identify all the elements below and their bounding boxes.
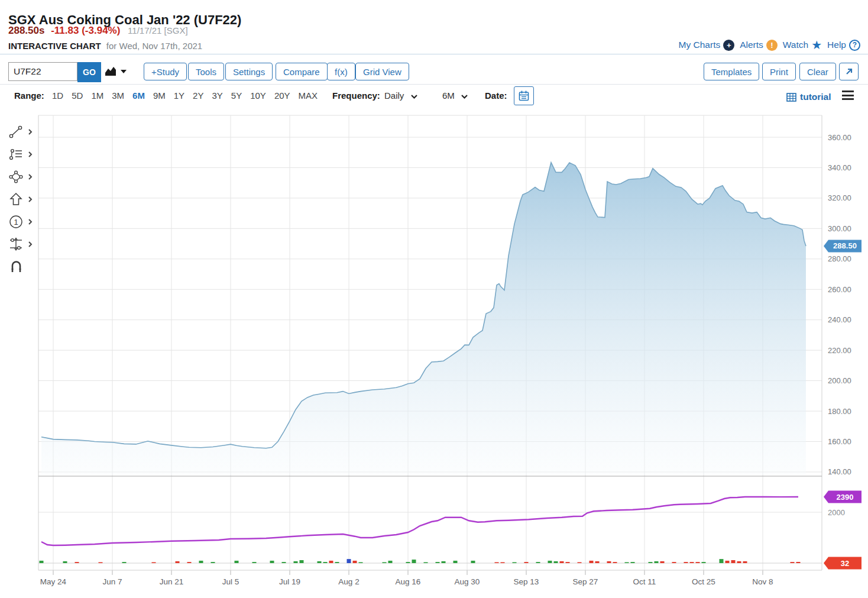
range-max[interactable]: MAX xyxy=(299,90,318,101)
volume-bar xyxy=(388,561,393,563)
x-axis-label: Jun 21 xyxy=(160,577,184,586)
price-chart[interactable]: May 24Jun 7Jun 21Jul 5Jul 19Aug 2Aug 16A… xyxy=(0,110,868,598)
quote-date: 11/17/21 [SGX] xyxy=(128,25,187,35)
range-1d[interactable]: 1D xyxy=(52,90,63,101)
range-3y[interactable]: 3Y xyxy=(212,90,222,101)
volume-bar xyxy=(536,562,540,563)
volume-bar xyxy=(424,563,428,564)
volume-bar xyxy=(383,563,387,564)
print-button[interactable]: Print xyxy=(762,63,796,80)
y-axis-label: 360.00 xyxy=(828,133,851,142)
range-2y[interactable]: 2Y xyxy=(193,90,203,101)
volume-bar xyxy=(270,561,274,563)
volume-bar xyxy=(672,562,676,563)
range-20y[interactable]: 20Y xyxy=(274,90,290,101)
question-icon: ? xyxy=(849,40,860,51)
plus-circle-icon: + xyxy=(723,40,734,51)
chart-type-caret-icon[interactable] xyxy=(120,70,127,74)
section-label: INTERACTIVE CHART xyxy=(8,41,101,51)
clear-button[interactable]: Clear xyxy=(799,63,836,80)
x-axis-label: Jul 5 xyxy=(222,577,239,586)
y-axis-label: 260.00 xyxy=(828,285,851,294)
header-links: My Charts + Alerts ! Watch ★ Help ? xyxy=(679,39,860,51)
range-label: Range: xyxy=(14,90,44,101)
range-10y[interactable]: 10Y xyxy=(250,90,266,101)
volume-bar xyxy=(625,563,629,564)
my-charts-link[interactable]: My Charts + xyxy=(679,40,735,51)
volume-bar xyxy=(294,561,298,563)
range-6m[interactable]: 6M xyxy=(132,90,145,101)
alerts-link[interactable]: Alerts ! xyxy=(740,40,778,51)
tools-button[interactable]: Tools xyxy=(188,63,224,80)
templates-button[interactable]: Templates xyxy=(704,63,759,80)
grid-view-button[interactable]: Grid View xyxy=(355,63,409,80)
volume-bar xyxy=(211,562,215,563)
volume-bar xyxy=(235,561,239,563)
x-axis-label: Jul 19 xyxy=(279,577,300,586)
menu-icon[interactable] xyxy=(842,90,854,102)
y-axis-label: 220.00 xyxy=(828,346,851,355)
fx-button[interactable]: f(x) xyxy=(327,63,355,80)
alert-icon: ! xyxy=(766,40,778,51)
study-button[interactable]: +Study xyxy=(144,63,187,80)
volume-bar xyxy=(152,563,156,564)
calendar-button[interactable] xyxy=(514,86,534,105)
volume-bar xyxy=(353,561,357,563)
volume-bar xyxy=(684,562,688,563)
quote-row: 288.50s -11.83 (-3.94%) 11/17/21 [SGX] xyxy=(8,25,188,37)
calendar-icon xyxy=(518,90,530,102)
volume-bar xyxy=(737,561,741,563)
watch-link[interactable]: Watch ★ xyxy=(783,39,822,51)
x-axis-label: Aug 30 xyxy=(455,577,480,586)
x-axis-label: May 24 xyxy=(40,577,67,586)
volume-bar xyxy=(607,561,611,563)
volume-bar xyxy=(655,561,659,563)
volume-bar xyxy=(75,562,79,563)
range-3m[interactable]: 3M xyxy=(112,90,124,101)
period-dropdown[interactable]: 6M xyxy=(442,90,468,101)
interactive-chart-app: SGX Aus Coking Coal Jan '22 (U7F22) 288.… xyxy=(0,0,868,598)
volume-bar xyxy=(631,562,635,563)
volume-badge-label: 32 xyxy=(841,559,849,568)
volume-bar xyxy=(513,563,517,564)
settings-button[interactable]: Settings xyxy=(225,63,273,80)
volume-bar xyxy=(63,561,67,563)
volume-bar xyxy=(578,563,582,564)
frequency-dropdown[interactable]: Daily xyxy=(384,90,418,101)
range-1m[interactable]: 1M xyxy=(91,90,103,101)
volume-bar xyxy=(590,561,594,563)
chart-type-icon[interactable] xyxy=(105,66,118,77)
symbol-input[interactable] xyxy=(8,62,77,81)
volume-bar xyxy=(702,562,706,563)
volume-bar xyxy=(99,563,103,564)
x-axis-label: Sep 13 xyxy=(514,577,539,586)
volume-bar xyxy=(726,561,730,563)
help-link[interactable]: Help ? xyxy=(827,40,860,51)
x-axis-label: Aug 16 xyxy=(396,577,421,586)
expand-button[interactable] xyxy=(839,63,859,80)
volume-bar xyxy=(454,561,458,563)
y-axis-label: 320.00 xyxy=(828,193,851,202)
range-5d[interactable]: 5D xyxy=(72,90,83,101)
tutorial-link[interactable]: tutorial xyxy=(786,92,831,102)
volume-bar xyxy=(323,562,328,563)
volume-bar xyxy=(743,561,747,563)
last-price-badge-label: 288.50 xyxy=(833,241,857,250)
volume-bar xyxy=(796,562,801,563)
volume-bar xyxy=(524,562,529,563)
go-button[interactable]: GO xyxy=(77,62,101,82)
x-axis-label: Aug 2 xyxy=(338,577,359,586)
range-1y[interactable]: 1Y xyxy=(174,90,184,101)
volume-bar xyxy=(471,561,475,563)
volume-bar xyxy=(436,562,440,563)
x-axis-label: Oct 11 xyxy=(633,577,656,586)
price-area-series xyxy=(41,163,806,475)
volume-bar xyxy=(347,559,351,563)
y-axis-label: 280.00 xyxy=(828,254,851,263)
range-5y[interactable]: 5Y xyxy=(231,90,242,101)
y-axis-label: 180.00 xyxy=(828,407,851,416)
volume-bar xyxy=(300,560,304,563)
frequency-label: Frequency: xyxy=(332,90,380,101)
compare-button[interactable]: Compare xyxy=(276,63,328,80)
range-9m[interactable]: 9M xyxy=(153,90,166,101)
